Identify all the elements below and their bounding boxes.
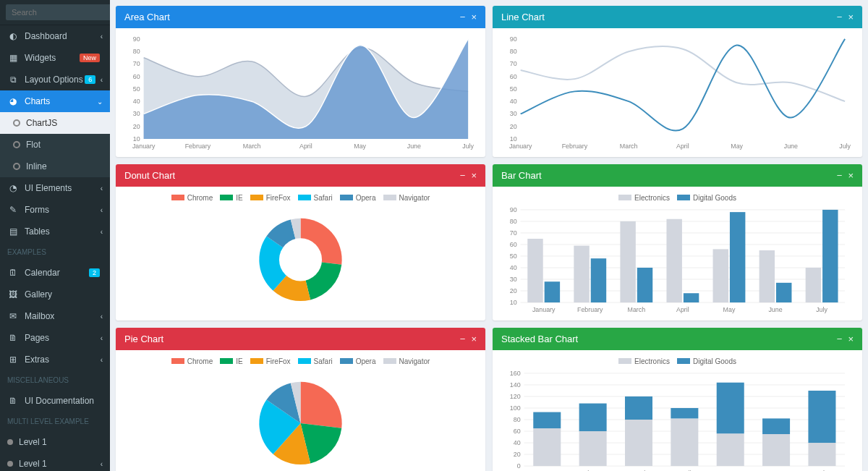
sidebar-item-ui-documentation[interactable]: 🗎UI Documentation <box>0 390 110 412</box>
svg-text:80: 80 <box>133 48 140 55</box>
svg-text:80: 80 <box>514 415 521 423</box>
nav-label: Calendar <box>25 268 60 278</box>
svg-rect-101 <box>671 408 698 418</box>
card-header: Area Chart − × <box>116 6 485 28</box>
main-content: Area Chart − × 102030405060708090January… <box>110 0 868 471</box>
sidebar-item-forms[interactable]: ✎Forms‹ <box>0 199 110 221</box>
nav-label: Level 1 <box>19 459 47 469</box>
close-icon[interactable]: × <box>471 170 477 181</box>
svg-rect-95 <box>579 403 607 430</box>
minimize-icon[interactable]: − <box>460 12 466 22</box>
svg-text:20: 20 <box>510 287 517 294</box>
bar-chart-card: Bar Chart − × ElectronicsDigital Goods10… <box>493 164 862 321</box>
svg-text:March: March <box>628 306 646 313</box>
minimize-icon[interactable]: − <box>460 170 466 181</box>
badge: New <box>80 54 100 62</box>
svg-text:10: 10 <box>510 299 517 306</box>
close-icon[interactable]: × <box>848 334 854 344</box>
svg-text:January: January <box>132 143 156 150</box>
svg-text:April: April <box>299 143 312 150</box>
card-header: Bar Chart − × <box>493 164 862 187</box>
minimize-icon[interactable]: − <box>837 12 843 22</box>
nav-label: Charts <box>25 96 50 106</box>
svg-text:20: 20 <box>133 123 140 130</box>
svg-text:40: 40 <box>514 439 521 446</box>
area-chart-card: Area Chart − × 102030405060708090January… <box>116 6 485 157</box>
nav-label: Gallery <box>25 289 52 300</box>
sidebar-item-charts[interactable]: ◕Charts⌄ <box>0 90 110 112</box>
svg-text:March: March <box>243 143 261 150</box>
svg-text:40: 40 <box>510 264 517 271</box>
chevron-left-icon: ‹ <box>101 184 103 192</box>
card-header: Pie Chart − × <box>116 328 485 350</box>
chevron-left-icon: ‹ <box>101 228 103 236</box>
sidebar-item-mailbox[interactable]: ✉Mailbox‹ <box>0 305 110 327</box>
chevron-down-icon: ⌄ <box>97 98 103 106</box>
stacked-bar-chart-card: Stacked Bar Chart − × ElectronicsDigital… <box>493 328 862 471</box>
sidebar-item-extras[interactable]: ⊞Extras‹ <box>0 349 110 370</box>
close-icon[interactable]: × <box>471 12 477 22</box>
sidebar-item-pages[interactable]: 🗎Pages‹ <box>0 327 110 349</box>
sidebar-item-level-1[interactable]: Level 1‹ <box>0 453 110 471</box>
sidebar-item-tables[interactable]: ▤Tables‹ <box>0 221 110 242</box>
legend-item: Navigator <box>383 357 430 365</box>
nav-label: Flot <box>26 140 41 150</box>
circle-icon <box>13 119 20 127</box>
svg-rect-55 <box>574 245 589 302</box>
card-header: Stacked Bar Chart − × <box>493 328 862 350</box>
nav-label: UI Elements <box>25 183 72 193</box>
svg-text:40: 40 <box>510 98 517 105</box>
svg-text:May: May <box>731 143 743 150</box>
search-row: 🔍 <box>0 0 110 25</box>
minimize-icon[interactable]: − <box>460 334 466 344</box>
sidebar-item-ui-elements[interactable]: ◔UI Elements‹ <box>0 177 110 199</box>
close-icon[interactable]: × <box>848 170 854 181</box>
bullet-icon <box>7 461 13 467</box>
sidebar-item-widgets[interactable]: ▦WidgetsNew <box>0 47 110 69</box>
card-title: Stacked Bar Chart <box>501 334 578 344</box>
close-icon[interactable]: × <box>848 12 854 22</box>
legend-item: Opera <box>340 357 376 365</box>
svg-text:10: 10 <box>510 135 517 143</box>
legend-item: FireFox <box>250 357 291 365</box>
nav-label: Level 1 <box>19 437 47 447</box>
sidebar-item-dashboard[interactable]: ◐Dashboard‹ <box>0 25 110 47</box>
multi-header: MULTI LEVEL EXAMPLE <box>0 412 110 431</box>
svg-rect-70 <box>806 268 821 302</box>
sidebar-item-inline[interactable]: Inline <box>0 156 110 177</box>
svg-text:June: June <box>768 306 782 313</box>
close-icon[interactable]: × <box>471 334 477 344</box>
sidebar-item-layout-options[interactable]: ⧉Layout Options6‹ <box>0 69 110 90</box>
nav-label: UI Documentation <box>25 396 94 406</box>
search-input[interactable] <box>6 4 110 20</box>
line-chart-card: Line Chart − × 102030405060708090January… <box>493 6 862 157</box>
svg-rect-62 <box>684 293 699 302</box>
sidebar-item-gallery[interactable]: 🖼Gallery <box>0 284 110 305</box>
svg-text:60: 60 <box>514 428 521 435</box>
chevron-left-icon: ‹ <box>101 313 103 321</box>
svg-rect-61 <box>666 218 681 302</box>
nav-icon: ◔ <box>7 183 19 193</box>
nav-label: ChartJS <box>26 118 57 128</box>
sidebar-item-chartjs[interactable]: ChartJS <box>0 112 110 134</box>
svg-text:70: 70 <box>133 60 140 67</box>
sidebar-item-calendar[interactable]: 🗓Calendar2 <box>0 262 110 284</box>
svg-text:120: 120 <box>510 392 521 399</box>
svg-text:June: June <box>784 143 798 150</box>
card-title: Donut Chart <box>124 170 175 181</box>
sidebar-item-flot[interactable]: Flot <box>0 134 110 156</box>
svg-text:20: 20 <box>510 123 517 130</box>
nav-label: Mailbox <box>25 311 54 321</box>
nav-label: Tables <box>25 226 50 237</box>
minimize-icon[interactable]: − <box>837 170 843 181</box>
svg-text:60: 60 <box>133 73 140 80</box>
legend-item: Digital Goods <box>677 357 736 365</box>
svg-text:March: March <box>620 143 638 150</box>
badge: 6 <box>85 75 95 84</box>
minimize-icon[interactable]: − <box>837 334 843 344</box>
svg-rect-98 <box>625 396 652 420</box>
svg-rect-110 <box>808 390 835 442</box>
sidebar-item-level-1[interactable]: Level 1 <box>0 431 110 453</box>
nav-label: Widgets <box>25 53 56 63</box>
nav-icon: 🗎 <box>7 333 19 343</box>
